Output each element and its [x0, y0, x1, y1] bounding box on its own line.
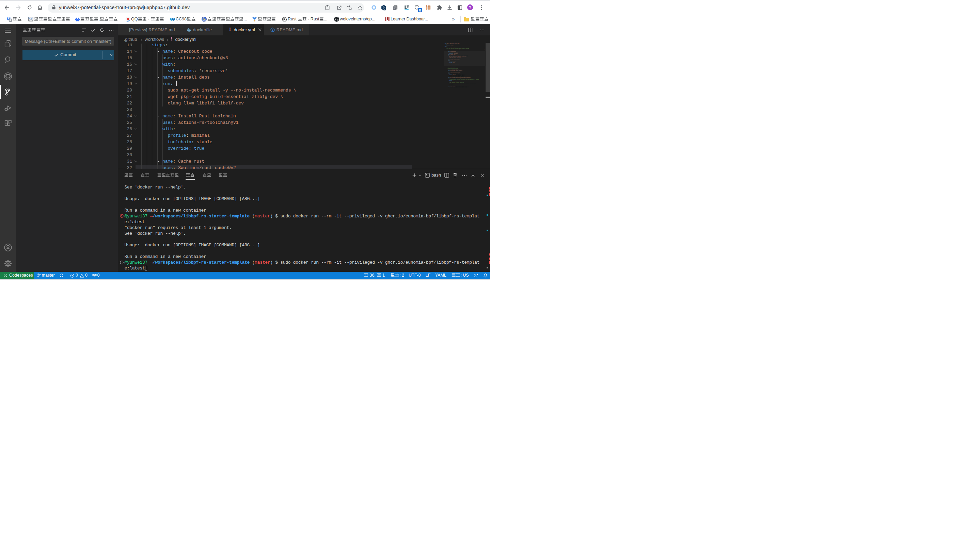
svg-text:9: 9	[171, 18, 172, 21]
svg-text:8: 8	[173, 18, 174, 21]
